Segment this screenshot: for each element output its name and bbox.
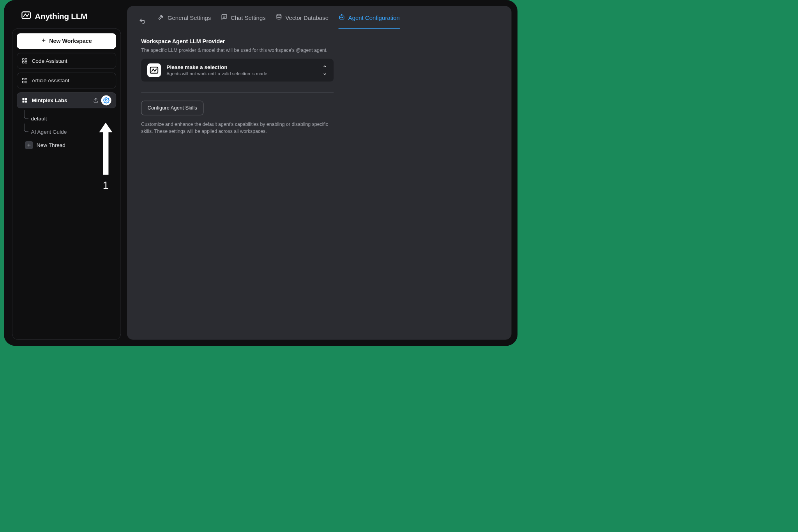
configure-agent-skills-button[interactable]: Configure Agent Skills: [141, 101, 203, 115]
tab-general-settings[interactable]: General Settings: [158, 14, 211, 29]
svg-point-13: [105, 99, 107, 101]
svg-point-16: [341, 17, 341, 18]
svg-rect-1: [22, 58, 24, 60]
main-panel: General Settings Chat Settings Vector Da…: [127, 6, 512, 340]
svg-rect-9: [22, 98, 24, 100]
plus-icon: [41, 38, 46, 44]
svg-point-18: [342, 14, 343, 15]
brand-header: Anything LLM: [12, 6, 121, 28]
gear-icon: [103, 97, 109, 104]
settings-tabs: General Settings Chat Settings Vector Da…: [127, 6, 512, 29]
database-icon: [276, 14, 282, 22]
workspace-settings-button[interactable]: [101, 95, 111, 105]
skills-desc: Customize and enhance the default agent'…: [141, 121, 328, 135]
chevron-up-down-icon: [322, 65, 327, 76]
sidebar: Anything LLM New Workspace Code Assistan…: [12, 6, 121, 340]
provider-logo-icon: [147, 64, 161, 77]
thread-list: default AI Agent Guide New Thread: [17, 112, 116, 149]
svg-rect-10: [25, 98, 27, 100]
brand-title: Anything LLM: [35, 12, 87, 21]
tab-label: Chat Settings: [231, 14, 266, 21]
wrench-icon: [158, 14, 164, 22]
svg-point-17: [343, 17, 343, 18]
back-button[interactable]: [138, 17, 147, 25]
thread-item-label: AI Agent Guide: [31, 129, 67, 135]
app-window: Anything LLM New Workspace Code Assistan…: [4, 0, 517, 346]
tab-label: Vector Database: [285, 14, 328, 21]
tab-vector-database[interactable]: Vector Database: [276, 14, 328, 29]
svg-rect-4: [25, 61, 27, 63]
svg-rect-7: [22, 81, 24, 83]
sidebar-item-label: Code Assistant: [32, 58, 111, 64]
svg-rect-5: [22, 78, 24, 80]
sidebar-item-article-assistant[interactable]: Article Assistant: [17, 73, 116, 88]
workspace-icon: [22, 58, 28, 64]
tab-agent-configuration[interactable]: Agent Configuration: [339, 14, 400, 29]
sidebar-item-label: Article Assistant: [32, 78, 111, 84]
svg-rect-3: [22, 61, 24, 63]
provider-select[interactable]: Please make a selection Agents will not …: [141, 59, 334, 82]
svg-rect-8: [25, 81, 27, 83]
new-thread-button[interactable]: New Thread: [22, 139, 116, 149]
provider-section-title: Workspace Agent LLM Provider: [141, 38, 497, 45]
new-workspace-label: New Workspace: [49, 38, 92, 44]
sidebar-item-label: Mintplex Labs: [32, 97, 89, 104]
svg-point-14: [277, 14, 281, 16]
thread-item-default[interactable]: default: [22, 112, 116, 125]
plus-icon: [25, 141, 33, 149]
svg-rect-2: [25, 58, 27, 60]
divider: [141, 92, 334, 93]
svg-rect-6: [25, 78, 27, 80]
thread-item-ai-agent-guide[interactable]: AI Agent Guide: [22, 125, 116, 139]
provider-select-secondary: Agents will not work until a valid selec…: [166, 71, 316, 76]
sidebar-item-mintplex-labs[interactable]: Mintplex Labs: [17, 92, 116, 108]
tab-label: General Settings: [168, 14, 211, 21]
tab-label: Agent Configuration: [348, 14, 400, 21]
undo-icon: [139, 18, 146, 25]
thread-item-label: default: [31, 116, 47, 122]
brand-logo-icon: [21, 10, 31, 22]
nav-panel: New Workspace Code Assistant Article Ass…: [12, 28, 121, 340]
svg-rect-15: [340, 16, 344, 19]
svg-rect-11: [22, 101, 24, 103]
chat-icon: [221, 14, 228, 22]
workspace-icon: [22, 78, 28, 84]
robot-icon: [339, 14, 345, 22]
sidebar-item-code-assistant[interactable]: Code Assistant: [17, 53, 116, 69]
upload-icon[interactable]: [93, 97, 99, 103]
provider-section-desc: The specific LLM provider & model that w…: [141, 47, 328, 54]
agent-config-section: Workspace Agent LLM Provider The specifi…: [127, 29, 512, 149]
new-thread-label: New Thread: [37, 142, 65, 148]
workspace-icon: [22, 97, 28, 104]
tab-chat-settings[interactable]: Chat Settings: [221, 14, 265, 29]
button-label: Configure Agent Skills: [148, 105, 197, 110]
provider-select-primary: Please make a selection: [166, 64, 316, 70]
new-workspace-button[interactable]: New Workspace: [17, 33, 116, 49]
svg-rect-12: [25, 101, 27, 103]
